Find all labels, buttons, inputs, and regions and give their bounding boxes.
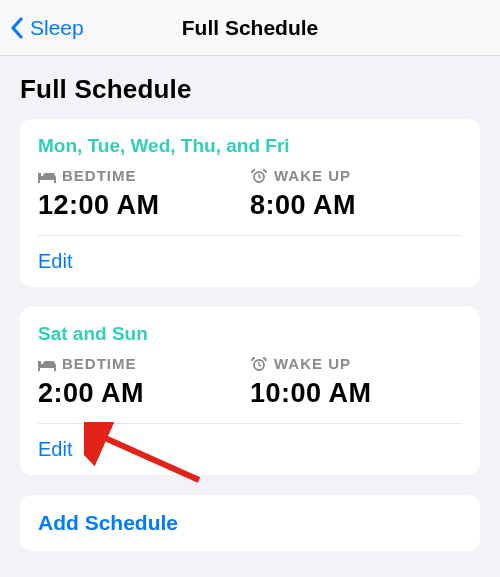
wakeup-label-text: WAKE UP (274, 167, 351, 184)
schedule-card: Sat and Sun BEDTIME 2:00 AM WAKE UP (20, 307, 480, 475)
schedule-card: Mon, Tue, Wed, Thu, and Fri BEDTIME 12:0… (20, 119, 480, 287)
edit-button[interactable]: Edit (38, 424, 462, 475)
svg-line-13 (259, 365, 261, 366)
alarm-clock-icon (250, 357, 268, 371)
svg-rect-9 (38, 368, 40, 371)
bedtime-label-text: BEDTIME (62, 355, 137, 372)
bed-icon (38, 357, 56, 371)
chevron-left-icon (10, 17, 24, 39)
schedule-days: Mon, Tue, Wed, Thu, and Fri (38, 135, 462, 157)
wakeup-value: 10:00 AM (250, 378, 462, 409)
wakeup-column: WAKE UP 10:00 AM (250, 355, 462, 409)
bed-icon (38, 169, 56, 183)
back-label: Sleep (30, 16, 84, 40)
svg-rect-1 (38, 173, 41, 177)
svg-rect-8 (38, 361, 41, 365)
schedule-list: Mon, Tue, Wed, Thu, and Fri BEDTIME 12:0… (0, 119, 500, 551)
wakeup-value: 8:00 AM (250, 190, 462, 221)
edit-button[interactable]: Edit (38, 236, 462, 287)
wakeup-label-text: WAKE UP (274, 355, 351, 372)
wakeup-column: WAKE UP 8:00 AM (250, 167, 462, 221)
bedtime-label: BEDTIME (38, 167, 250, 184)
bedtime-value: 2:00 AM (38, 378, 250, 409)
bedtime-label: BEDTIME (38, 355, 250, 372)
bedtime-column: BEDTIME 2:00 AM (38, 355, 250, 409)
schedule-times-row: BEDTIME 2:00 AM WAKE UP 10:00 AM (38, 355, 462, 409)
svg-rect-2 (38, 180, 40, 183)
wakeup-label: WAKE UP (250, 355, 462, 372)
schedule-days: Sat and Sun (38, 323, 462, 345)
svg-rect-10 (54, 368, 56, 371)
bedtime-column: BEDTIME 12:00 AM (38, 167, 250, 221)
page-title: Full Schedule (0, 56, 500, 119)
bedtime-value: 12:00 AM (38, 190, 250, 221)
schedule-times-row: BEDTIME 12:00 AM WAKE UP 8:00 AM (38, 167, 462, 221)
wakeup-label: WAKE UP (250, 167, 462, 184)
add-schedule-button[interactable]: Add Schedule (20, 495, 480, 551)
navigation-bar: Sleep Full Schedule (0, 0, 500, 56)
back-button[interactable]: Sleep (10, 16, 84, 40)
alarm-clock-icon (250, 169, 268, 183)
svg-rect-3 (54, 180, 56, 183)
bedtime-label-text: BEDTIME (62, 167, 137, 184)
svg-line-6 (259, 177, 261, 178)
